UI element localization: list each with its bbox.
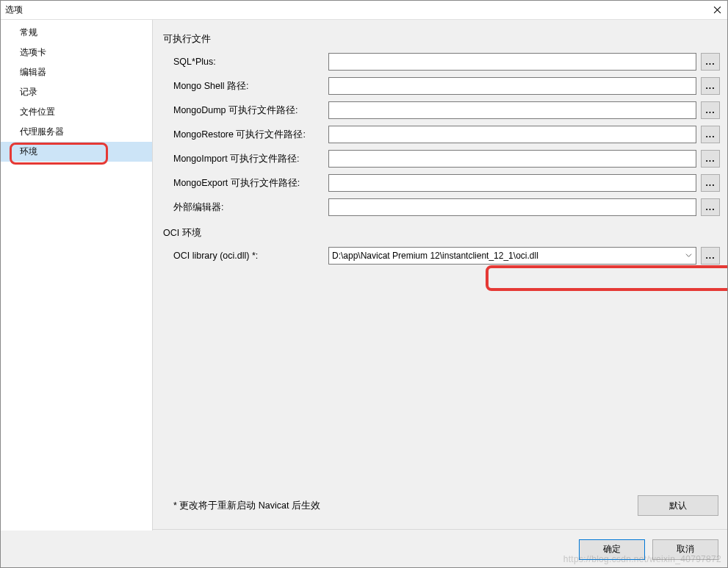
section-oci-title: OCI 环境 bbox=[163, 227, 720, 240]
sidebar-item-proxy[interactable]: 代理服务器 bbox=[1, 122, 152, 142]
row-mongodump: MongoDump 可执行文件路径: ... bbox=[163, 101, 720, 119]
browse-button[interactable]: ... bbox=[701, 174, 720, 192]
label-mongoshell: Mongo Shell 路径: bbox=[163, 80, 328, 93]
browse-button[interactable]: ... bbox=[701, 101, 720, 119]
input-mongorestore[interactable] bbox=[328, 126, 696, 143]
sidebar-item-tabs[interactable]: 选项卡 bbox=[1, 43, 152, 62]
cancel-button[interactable]: 取消 bbox=[652, 539, 718, 560]
row-mongoexport: MongoExport 可执行文件路径: ... bbox=[163, 174, 720, 192]
sidebar-item-label: 文件位置 bbox=[20, 107, 55, 117]
sidebar-item-general[interactable]: 常规 bbox=[1, 23, 152, 43]
label-sqlplus: SQL*Plus: bbox=[163, 57, 328, 67]
sidebar-item-editor[interactable]: 编辑器 bbox=[1, 62, 152, 82]
ellipsis-icon: ... bbox=[705, 178, 715, 188]
ellipsis-icon: ... bbox=[705, 202, 715, 212]
input-external-editor[interactable] bbox=[328, 198, 696, 216]
bottom-bar: 确定 取消 https://blog.csdn.net/weixin_40797… bbox=[1, 531, 727, 567]
browse-button[interactable]: ... bbox=[701, 53, 720, 71]
separator bbox=[153, 529, 727, 530]
sidebar: 常规 选项卡 编辑器 记录 文件位置 代理服务器 环境 bbox=[1, 20, 153, 531]
browse-button[interactable]: ... bbox=[701, 150, 720, 168]
sidebar-item-label: 编辑器 bbox=[20, 67, 46, 77]
label-mongoimport: MongoImport 可执行文件路径: bbox=[163, 153, 328, 165]
label-mongodump: MongoDump 可执行文件路径: bbox=[163, 104, 328, 117]
row-sqlplus: SQL*Plus: ... bbox=[163, 53, 720, 71]
window-title: 选项 bbox=[5, 4, 23, 16]
sidebar-item-label: 选项卡 bbox=[20, 47, 46, 57]
row-oci: OCI library (oci.dll) *: ... bbox=[163, 247, 720, 265]
sidebar-item-label: 记录 bbox=[20, 87, 37, 97]
sidebar-item-records[interactable]: 记录 bbox=[1, 82, 152, 102]
label-mongorestore: MongoRestore 可执行文件路径: bbox=[163, 129, 328, 141]
row-mongoimport: MongoImport 可执行文件路径: ... bbox=[163, 150, 720, 168]
label-oci: OCI library (oci.dll) *: bbox=[163, 251, 328, 261]
input-mongoexport[interactable] bbox=[328, 174, 696, 192]
browse-button[interactable]: ... bbox=[701, 126, 720, 143]
sidebar-item-filelocation[interactable]: 文件位置 bbox=[1, 102, 152, 122]
sidebar-item-label: 代理服务器 bbox=[20, 126, 64, 137]
sidebar-item-label: 常规 bbox=[20, 27, 37, 37]
titlebar: 选项 bbox=[1, 1, 727, 20]
browse-button[interactable]: ... bbox=[701, 198, 720, 216]
content-panel: 可执行文件 SQL*Plus: ... Mongo Shell 路径: ... … bbox=[153, 20, 727, 531]
ellipsis-icon: ... bbox=[705, 129, 715, 140]
close-icon[interactable] bbox=[711, 4, 723, 16]
restart-note: * 更改将于重新启动 Navicat 后生效 bbox=[173, 500, 320, 512]
ellipsis-icon: ... bbox=[705, 105, 715, 115]
ellipsis-icon: ... bbox=[705, 57, 715, 67]
combo-oci[interactable] bbox=[328, 247, 696, 265]
ellipsis-icon: ... bbox=[705, 251, 715, 261]
label-external-editor: 外部编辑器: bbox=[163, 201, 328, 214]
ellipsis-icon: ... bbox=[705, 81, 715, 91]
ok-button[interactable]: 确定 bbox=[579, 539, 645, 560]
row-external-editor: 外部编辑器: ... bbox=[163, 198, 720, 216]
browse-button[interactable]: ... bbox=[701, 77, 720, 95]
browse-button[interactable]: ... bbox=[701, 247, 720, 265]
section-executables-title: 可执行文件 bbox=[163, 33, 720, 46]
input-mongodump[interactable] bbox=[328, 101, 696, 119]
ellipsis-icon: ... bbox=[705, 154, 715, 164]
default-button[interactable]: 默认 bbox=[638, 495, 718, 516]
sidebar-item-label: 环境 bbox=[20, 146, 37, 157]
label-mongoexport: MongoExport 可执行文件路径: bbox=[163, 177, 328, 190]
row-mongoshell: Mongo Shell 路径: ... bbox=[163, 77, 720, 95]
input-sqlplus[interactable] bbox=[328, 53, 696, 71]
input-mongoimport[interactable] bbox=[328, 150, 696, 168]
sidebar-item-environment[interactable]: 环境 bbox=[1, 142, 152, 162]
row-mongorestore: MongoRestore 可执行文件路径: ... bbox=[163, 126, 720, 143]
input-mongoshell[interactable] bbox=[328, 77, 696, 95]
